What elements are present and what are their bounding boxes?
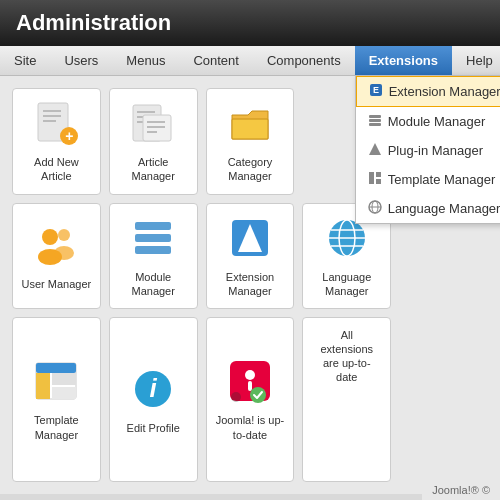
nav-extensions[interactable]: Extensions xyxy=(355,46,452,75)
svg-rect-6 xyxy=(369,172,374,184)
template-manager-icon xyxy=(32,357,80,405)
tile-extension-manager-label: Extension Manager xyxy=(213,270,288,299)
tile-language-manager-label: Language Manager xyxy=(309,270,384,299)
nav-site[interactable]: Site xyxy=(0,46,50,75)
svg-text:i: i xyxy=(150,373,158,403)
extensions-dropdown-menu: E Extension Manager Module Manager xyxy=(355,75,500,224)
category-manager-icon xyxy=(226,99,274,147)
dropdown-extension-manager[interactable]: E Extension Manager xyxy=(356,76,500,107)
navbar: Site Users Menus Content Components Exte… xyxy=(0,46,500,76)
svg-point-49 xyxy=(231,392,241,402)
tile-add-new-article-label: Add New Article xyxy=(19,155,94,184)
dropdown-plugin-manager[interactable]: Plug-in Manager xyxy=(356,136,500,165)
module-manager-icon xyxy=(368,113,382,130)
svg-rect-4 xyxy=(369,123,381,126)
svg-marker-5 xyxy=(369,143,381,155)
svg-point-28 xyxy=(54,246,74,260)
page-title: Administration xyxy=(16,10,171,36)
svg-rect-24 xyxy=(232,119,268,139)
extensions-update-icon: All extensions are up-to-date xyxy=(323,328,371,376)
tile-user-manager-label: User Manager xyxy=(22,277,92,291)
tile-template-manager-label: Template Manager xyxy=(19,413,94,442)
svg-rect-8 xyxy=(376,179,381,184)
footer: Joomla!® © xyxy=(422,480,500,500)
svg-point-25 xyxy=(42,229,58,245)
svg-rect-7 xyxy=(376,172,381,177)
tile-joomla-update[interactable]: Joomla! is up-to-date xyxy=(206,317,295,482)
nav-help[interactable]: Help xyxy=(452,46,500,75)
extension-manager-icon xyxy=(226,214,274,262)
tile-module-manager[interactable]: Module Manager xyxy=(109,203,198,310)
footer-text: Joomla!® © xyxy=(432,484,490,496)
svg-point-50 xyxy=(250,387,266,403)
tile-module-manager-label: Module Manager xyxy=(116,270,191,299)
svg-rect-31 xyxy=(135,246,171,254)
tile-edit-profile-label: Edit Profile xyxy=(127,421,180,435)
svg-rect-30 xyxy=(135,234,171,242)
tile-extensions-update[interactable]: All extensions are up-to-date xyxy=(302,317,391,482)
extension-manager-icon: E xyxy=(369,83,383,100)
tile-add-new-article[interactable]: + Add New Article xyxy=(12,88,101,195)
dropdown-language-manager[interactable]: Language Manager xyxy=(356,194,500,223)
tile-user-manager[interactable]: User Manager xyxy=(12,203,101,310)
svg-rect-40 xyxy=(36,363,76,373)
joomla-update-icon xyxy=(226,357,274,405)
nav-users[interactable]: Users xyxy=(50,46,112,75)
tile-article-manager[interactable]: Article Manager xyxy=(109,88,198,195)
tile-extension-manager[interactable]: Extension Manager xyxy=(206,203,295,310)
svg-text:E: E xyxy=(373,85,379,95)
article-manager-icon xyxy=(129,99,177,147)
svg-rect-2 xyxy=(369,115,381,118)
extensions-dropdown-container: Extensions E Extension Manager xyxy=(355,46,452,75)
nav-components[interactable]: Components xyxy=(253,46,355,75)
tile-blank-4 xyxy=(341,376,353,471)
tile-article-manager-label: Article Manager xyxy=(116,155,191,184)
nav-menus[interactable]: Menus xyxy=(112,46,179,75)
header: Administration xyxy=(0,0,500,46)
new-article-icon: + xyxy=(32,99,80,147)
svg-rect-43 xyxy=(52,387,76,399)
module-manager-icon xyxy=(129,214,177,262)
tile-category-manager[interactable]: Category Manager xyxy=(206,88,295,195)
tile-category-manager-label: Category Manager xyxy=(213,155,288,184)
svg-point-47 xyxy=(245,370,255,380)
tile-template-manager[interactable]: Template Manager xyxy=(12,317,101,482)
svg-rect-48 xyxy=(248,381,252,391)
user-manager-icon xyxy=(32,221,80,269)
plugin-manager-icon xyxy=(368,142,382,159)
tile-joomla-update-label: Joomla! is up-to-date xyxy=(213,413,288,442)
svg-rect-29 xyxy=(135,222,171,230)
language-manager-icon xyxy=(368,200,382,217)
edit-profile-icon: i xyxy=(129,365,177,413)
tile-edit-profile[interactable]: i Edit Profile xyxy=(109,317,198,482)
nav-content[interactable]: Content xyxy=(179,46,253,75)
dropdown-module-manager[interactable]: Module Manager xyxy=(356,107,500,136)
svg-rect-41 xyxy=(36,373,50,399)
svg-rect-42 xyxy=(52,373,76,385)
svg-point-27 xyxy=(58,229,70,241)
svg-rect-3 xyxy=(369,119,381,122)
template-manager-icon xyxy=(368,171,382,188)
dropdown-template-manager[interactable]: Template Manager xyxy=(356,165,500,194)
